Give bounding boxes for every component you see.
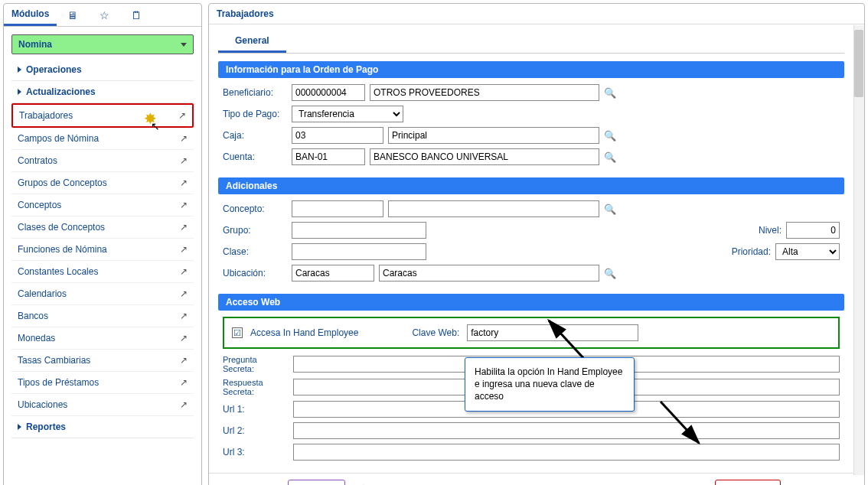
search-icon[interactable]: 🔍 xyxy=(604,151,616,163)
page-title: Trabajadores xyxy=(209,4,864,24)
sidebar-item-campos-nomina[interactable]: Campos de Nómina↗ xyxy=(11,128,194,150)
label-url2: Url 2: xyxy=(223,425,289,436)
section-acceso-web: Acceso Web xyxy=(218,294,844,311)
external-icon: ↗ xyxy=(180,222,188,233)
search-icon[interactable]: 🔍 xyxy=(604,87,616,99)
nav-group-operaciones[interactable]: Operaciones xyxy=(11,59,194,81)
label-grupo: Grupo: xyxy=(223,225,287,236)
label-prioridad: Prioridad: xyxy=(732,246,771,257)
scrollbar-thumb[interactable] xyxy=(854,30,863,97)
editar-button[interactable]: ✎Editar xyxy=(288,480,345,485)
sidebar-item-constantes-locales[interactable]: Constantes Locales↗ xyxy=(11,261,194,283)
external-icon: ↗ xyxy=(180,244,188,255)
sidebar-item-ubicaciones[interactable]: Ubicaciones↗ xyxy=(11,394,194,416)
label-pregunta: Pregunta Secreta: xyxy=(223,355,289,373)
section-adicionales: Adicionales xyxy=(218,177,844,194)
sidebar-item-calendarios[interactable]: Calendarios↗ xyxy=(11,283,194,305)
grupo-input[interactable] xyxy=(292,222,426,239)
note-icon[interactable]: 🗒 xyxy=(120,5,152,26)
external-icon: ↗ xyxy=(178,110,186,121)
eliminar-button[interactable]: 🗑Eliminar xyxy=(422,480,491,485)
external-icon: ↗ xyxy=(180,399,188,410)
prioridad-select[interactable]: Alta xyxy=(775,243,840,260)
external-icon: ↗ xyxy=(180,355,188,366)
chevron-down-icon xyxy=(181,43,187,47)
label-ubicacion: Ubicación: xyxy=(223,268,287,278)
sidebar-item-tasas-cambiarias[interactable]: Tasas Cambiarias↗ xyxy=(11,350,194,372)
section-orden-pago: Información para la Orden de Pago xyxy=(218,61,844,78)
tab-general[interactable]: General xyxy=(218,31,286,53)
label-beneficiario: Beneficiario: xyxy=(223,87,287,98)
tabs: General xyxy=(218,31,844,54)
label-nivel: Nivel: xyxy=(759,225,782,236)
cancelar-button[interactable]: ✕Cancelar xyxy=(785,480,857,485)
sidebar-item-grupos-conceptos[interactable]: Grupos de Conceptos↗ xyxy=(11,172,194,194)
sidebar-item-clases-conceptos[interactable]: Clases de Conceptos↗ xyxy=(11,216,194,239)
label-clase: Clase: xyxy=(223,246,287,257)
external-icon: ↗ xyxy=(180,200,188,210)
ubicacion-code-input[interactable] xyxy=(292,265,374,282)
clase-input[interactable] xyxy=(292,243,426,260)
sidebar-tabs: Módulos 🖥 ☆ 🗒 xyxy=(4,4,201,27)
external-icon: ↗ xyxy=(180,377,188,388)
caja-code-input[interactable] xyxy=(292,127,383,144)
cuenta-desc-input[interactable] xyxy=(370,148,599,165)
sidebar-item-contratos[interactable]: Contratos↗ xyxy=(11,150,194,172)
label-cuenta: Cuenta: xyxy=(223,151,287,162)
external-icon: ↗ xyxy=(180,266,188,277)
sidebar-item-tipos-prestamos[interactable]: Tipos de Préstamos↗ xyxy=(11,372,194,394)
label-respuesta: Respuesta Secreta: xyxy=(223,378,289,396)
concepto-code-input[interactable] xyxy=(292,200,383,217)
monitor-icon[interactable]: 🖥 xyxy=(57,5,89,26)
sidebar-item-monedas[interactable]: Monedas↗ xyxy=(11,327,194,350)
aceptar-button[interactable]: ✓Aceptar xyxy=(715,480,781,485)
label-url3: Url 3: xyxy=(223,447,289,457)
external-icon: ↗ xyxy=(180,155,188,166)
buscar-button[interactable]: 🔍Buscar xyxy=(350,480,416,485)
sidebar-item-funciones-nomina[interactable]: Funciones de Nómina↗ xyxy=(11,239,194,261)
sidebar-item-trabajadores[interactable]: Trabajadores ✸ ↖ ↗ xyxy=(11,103,194,128)
nav-group-reportes[interactable]: Reportes xyxy=(11,416,194,438)
label-caja: Caja: xyxy=(223,130,287,141)
highlight-box-acceso: ☑ Accesa In Hand Employee Clave Web: xyxy=(223,317,840,349)
ubicacion-desc-input[interactable] xyxy=(379,265,599,282)
star-icon[interactable]: ☆ xyxy=(89,5,120,26)
scrollbar[interactable] xyxy=(853,25,864,475)
external-icon: ↗ xyxy=(180,288,188,299)
tipo-pago-select[interactable]: Transferencia xyxy=(292,106,403,122)
accesa-checkbox[interactable]: ☑ xyxy=(232,327,243,338)
sidebar-item-bancos[interactable]: Bancos↗ xyxy=(11,305,194,327)
external-icon: ↗ xyxy=(180,311,188,321)
label-clave-web: Clave Web: xyxy=(412,327,459,338)
search-icon[interactable]: 🔍 xyxy=(604,203,616,215)
agregar-button[interactable]: ⊕Agregar xyxy=(217,480,283,485)
module-select-label: Nomina xyxy=(18,39,52,50)
imprimir-button[interactable]: 🖨Imprimir⇳ xyxy=(495,480,579,485)
nivel-input[interactable] xyxy=(786,222,840,239)
url2-input[interactable] xyxy=(293,422,840,439)
callout-tooltip: Habilita la opción In Hand Employee e in… xyxy=(465,357,635,412)
url3-input[interactable] xyxy=(293,444,840,461)
beneficiario-desc-input[interactable] xyxy=(370,84,599,101)
tab-modulos[interactable]: Módulos xyxy=(4,4,57,26)
search-icon[interactable]: 🔍 xyxy=(604,268,616,279)
label-accesa: Accesa In Hand Employee xyxy=(250,327,358,338)
label-concepto: Concepto: xyxy=(223,203,287,214)
external-icon: ↗ xyxy=(180,333,188,343)
search-icon[interactable]: 🔍 xyxy=(604,130,616,142)
beneficiario-code-input[interactable] xyxy=(292,84,365,101)
external-icon: ↗ xyxy=(180,133,188,144)
concepto-desc-input[interactable] xyxy=(388,200,599,217)
module-select[interactable]: Nomina xyxy=(11,34,194,54)
external-icon: ↗ xyxy=(180,177,188,188)
sidebar-item-conceptos[interactable]: Conceptos↗ xyxy=(11,194,194,216)
label-tipo-pago: Tipo de Pago: xyxy=(223,109,287,119)
sidebar: Módulos 🖥 ☆ 🗒 Nomina Operaciones Actuali… xyxy=(3,3,202,485)
footer-toolbar: ⊕Agregar ✎Editar 🔍Buscar 🗑Eliminar 🖨Impr… xyxy=(209,473,864,485)
cuenta-code-input[interactable] xyxy=(292,148,365,165)
nav-group-actualizaciones[interactable]: Actualizaciones xyxy=(11,81,194,103)
main-panel: Trabajadores General Información para la… xyxy=(208,3,865,485)
clave-web-input[interactable] xyxy=(467,324,638,341)
label-url1: Url 1: xyxy=(223,404,289,415)
caja-desc-input[interactable] xyxy=(388,127,599,144)
